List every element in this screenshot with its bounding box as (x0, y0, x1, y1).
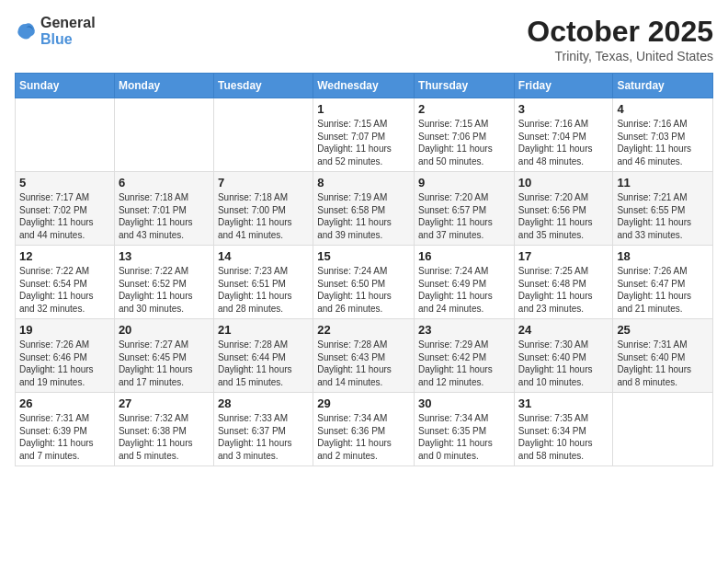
day-content: Sunrise: 7:28 AM Sunset: 6:44 PM Dayligh… (218, 339, 309, 388)
day-number: 1 (317, 102, 410, 116)
day-number: 30 (418, 396, 510, 410)
day-content: Sunrise: 7:33 AM Sunset: 6:37 PM Dayligh… (218, 412, 309, 462)
day-content: Sunrise: 7:16 AM Sunset: 7:03 PM Dayligh… (617, 118, 709, 167)
day-number: 15 (317, 249, 410, 263)
calendar-week-row: 26Sunrise: 7:31 AM Sunset: 6:39 PM Dayli… (16, 393, 713, 466)
calendar-cell: 5Sunrise: 7:17 AM Sunset: 7:02 PM Daylig… (16, 172, 115, 246)
calendar-cell: 6Sunrise: 7:18 AM Sunset: 7:01 PM Daylig… (114, 172, 213, 246)
page-header: General Blue October 2025 Trinity, Texas… (15, 15, 713, 63)
day-content: Sunrise: 7:23 AM Sunset: 6:51 PM Dayligh… (218, 265, 309, 315)
calendar-cell: 31Sunrise: 7:35 AM Sunset: 6:34 PM Dayli… (514, 393, 613, 466)
day-content: Sunrise: 7:31 AM Sunset: 6:40 PM Dayligh… (617, 339, 709, 388)
day-number: 3 (518, 102, 609, 116)
day-content: Sunrise: 7:28 AM Sunset: 6:43 PM Dayligh… (317, 339, 410, 388)
calendar-cell: 25Sunrise: 7:31 AM Sunset: 6:40 PM Dayli… (613, 319, 713, 393)
day-number: 8 (317, 176, 410, 190)
logo-general: General (40, 15, 96, 30)
day-content: Sunrise: 7:35 AM Sunset: 6:34 PM Dayligh… (518, 412, 609, 462)
day-content: Sunrise: 7:17 AM Sunset: 7:02 PM Dayligh… (19, 191, 110, 241)
header-monday: Monday (114, 74, 213, 98)
day-number: 20 (119, 323, 210, 337)
day-content: Sunrise: 7:20 AM Sunset: 6:56 PM Dayligh… (518, 191, 609, 241)
calendar-cell: 20Sunrise: 7:27 AM Sunset: 6:45 PM Dayli… (114, 319, 213, 393)
day-number: 21 (218, 323, 309, 337)
day-number: 25 (617, 323, 709, 337)
day-content: Sunrise: 7:25 AM Sunset: 6:48 PM Dayligh… (518, 265, 609, 315)
day-content: Sunrise: 7:18 AM Sunset: 7:00 PM Dayligh… (218, 191, 309, 241)
calendar-cell: 24Sunrise: 7:30 AM Sunset: 6:40 PM Dayli… (514, 319, 613, 393)
day-content: Sunrise: 7:22 AM Sunset: 6:54 PM Dayligh… (19, 265, 110, 315)
weekday-header-row: Sunday Monday Tuesday Wednesday Thursday… (16, 74, 713, 98)
logo-text: General Blue (40, 15, 96, 48)
calendar-cell: 28Sunrise: 7:33 AM Sunset: 6:37 PM Dayli… (213, 393, 313, 466)
calendar-cell: 14Sunrise: 7:23 AM Sunset: 6:51 PM Dayli… (213, 246, 313, 319)
day-number: 28 (218, 396, 309, 410)
calendar-cell: 13Sunrise: 7:22 AM Sunset: 6:52 PM Dayli… (114, 246, 213, 319)
day-number: 27 (119, 396, 210, 410)
day-number: 17 (518, 249, 609, 263)
day-number: 16 (418, 249, 510, 263)
day-number: 2 (418, 102, 510, 116)
calendar-cell (213, 98, 313, 172)
day-content: Sunrise: 7:19 AM Sunset: 6:58 PM Dayligh… (317, 191, 410, 241)
logo-blue: Blue (40, 31, 73, 47)
header-wednesday: Wednesday (313, 74, 415, 98)
calendar-cell: 12Sunrise: 7:22 AM Sunset: 6:54 PM Dayli… (16, 246, 115, 319)
day-number: 11 (617, 176, 709, 190)
calendar-cell (16, 98, 115, 172)
calendar-header: Sunday Monday Tuesday Wednesday Thursday… (16, 74, 713, 98)
day-content: Sunrise: 7:26 AM Sunset: 6:46 PM Dayligh… (19, 339, 110, 388)
calendar-table: Sunday Monday Tuesday Wednesday Thursday… (15, 73, 713, 466)
day-number: 4 (617, 102, 709, 116)
day-content: Sunrise: 7:15 AM Sunset: 7:06 PM Dayligh… (418, 118, 510, 167)
calendar-cell: 1Sunrise: 7:15 AM Sunset: 7:07 PM Daylig… (313, 98, 415, 172)
day-number: 14 (218, 249, 309, 263)
calendar-cell: 22Sunrise: 7:28 AM Sunset: 6:43 PM Dayli… (313, 319, 415, 393)
calendar-cell: 26Sunrise: 7:31 AM Sunset: 6:39 PM Dayli… (16, 393, 115, 466)
day-content: Sunrise: 7:24 AM Sunset: 6:50 PM Dayligh… (317, 265, 410, 315)
location-title: Trinity, Texas, United States (527, 49, 713, 63)
header-thursday: Thursday (415, 74, 515, 98)
header-friday: Friday (514, 74, 613, 98)
day-content: Sunrise: 7:29 AM Sunset: 6:42 PM Dayligh… (418, 339, 510, 388)
calendar-cell: 11Sunrise: 7:21 AM Sunset: 6:55 PM Dayli… (613, 172, 713, 246)
calendar-cell: 30Sunrise: 7:34 AM Sunset: 6:35 PM Dayli… (415, 393, 515, 466)
calendar-cell: 3Sunrise: 7:16 AM Sunset: 7:04 PM Daylig… (514, 98, 613, 172)
header-tuesday: Tuesday (213, 74, 313, 98)
title-area: October 2025 Trinity, Texas, United Stat… (527, 15, 713, 63)
day-number: 24 (518, 323, 609, 337)
calendar-cell: 18Sunrise: 7:26 AM Sunset: 6:47 PM Dayli… (613, 246, 713, 319)
calendar-cell: 16Sunrise: 7:24 AM Sunset: 6:49 PM Dayli… (415, 246, 515, 319)
day-number: 12 (19, 249, 110, 263)
day-number: 9 (418, 176, 510, 190)
day-content: Sunrise: 7:22 AM Sunset: 6:52 PM Dayligh… (119, 265, 210, 315)
day-content: Sunrise: 7:30 AM Sunset: 6:40 PM Dayligh… (518, 339, 609, 388)
day-number: 18 (617, 249, 709, 263)
day-content: Sunrise: 7:18 AM Sunset: 7:01 PM Dayligh… (119, 191, 210, 241)
day-content: Sunrise: 7:15 AM Sunset: 7:07 PM Dayligh… (317, 118, 410, 167)
calendar-cell: 8Sunrise: 7:19 AM Sunset: 6:58 PM Daylig… (313, 172, 415, 246)
day-number: 31 (518, 396, 609, 410)
calendar-cell: 29Sunrise: 7:34 AM Sunset: 6:36 PM Dayli… (313, 393, 415, 466)
day-number: 23 (418, 323, 510, 337)
calendar-cell: 4Sunrise: 7:16 AM Sunset: 7:03 PM Daylig… (613, 98, 713, 172)
calendar-cell: 27Sunrise: 7:32 AM Sunset: 6:38 PM Dayli… (114, 393, 213, 466)
calendar-week-row: 5Sunrise: 7:17 AM Sunset: 7:02 PM Daylig… (16, 172, 713, 246)
day-number: 26 (19, 396, 110, 410)
day-content: Sunrise: 7:27 AM Sunset: 6:45 PM Dayligh… (119, 339, 210, 388)
calendar-cell: 23Sunrise: 7:29 AM Sunset: 6:42 PM Dayli… (415, 319, 515, 393)
calendar-cell: 7Sunrise: 7:18 AM Sunset: 7:00 PM Daylig… (213, 172, 313, 246)
header-sunday: Sunday (16, 74, 115, 98)
calendar-cell: 2Sunrise: 7:15 AM Sunset: 7:06 PM Daylig… (415, 98, 515, 172)
calendar-cell: 17Sunrise: 7:25 AM Sunset: 6:48 PM Dayli… (514, 246, 613, 319)
day-number: 19 (19, 323, 110, 337)
calendar-cell: 19Sunrise: 7:26 AM Sunset: 6:46 PM Dayli… (16, 319, 115, 393)
day-content: Sunrise: 7:34 AM Sunset: 6:36 PM Dayligh… (317, 412, 410, 462)
day-number: 29 (317, 396, 410, 410)
calendar-week-row: 12Sunrise: 7:22 AM Sunset: 6:54 PM Dayli… (16, 246, 713, 319)
day-content: Sunrise: 7:26 AM Sunset: 6:47 PM Dayligh… (617, 265, 709, 315)
day-number: 10 (518, 176, 609, 190)
day-content: Sunrise: 7:34 AM Sunset: 6:35 PM Dayligh… (418, 412, 510, 462)
calendar-cell: 10Sunrise: 7:20 AM Sunset: 6:56 PM Dayli… (514, 172, 613, 246)
day-content: Sunrise: 7:21 AM Sunset: 6:55 PM Dayligh… (617, 191, 709, 241)
